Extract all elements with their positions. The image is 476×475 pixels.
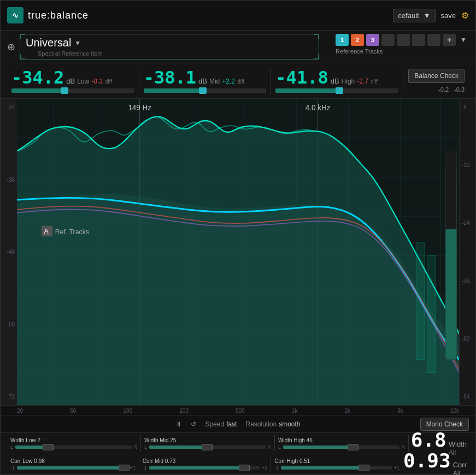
meter-slider-mid[interactable] [144,88,267,93]
track-btn-1[interactable]: 1 [336,34,349,46]
width-low-control: Width Low 2 L R [7,437,140,450]
corr-all-area: 0.93 Corr All [403,451,469,475]
dropdown-arrow-icon: ▼ [424,11,431,20]
width-low-R: R [134,444,138,450]
resolution-value: smooth [279,420,300,428]
corr-low-label: Corr Low 0.98 [10,458,136,464]
width-high-slider[interactable] [283,446,399,449]
y-axis-right: -6 -12 -24 -36 -60 -84 [459,99,475,405]
preset-dropdown[interactable]: cefault ▼ [393,9,435,22]
meter-diff-high: -2.7 [357,78,368,85]
svg-rect-23 [416,242,425,360]
meter-group-high: -41.8 dB High -2.7 diff [271,69,403,93]
target-icon[interactable]: ⊕ [7,41,15,53]
settings-icon[interactable]: ⚙ [461,10,469,21]
width-mid-label: Width Mid 25 [144,437,271,443]
corr-high-control: Corr High 0.51 -1 +1 [271,458,403,471]
width-high-control: Width High 46 L R [275,437,408,450]
ref-tracks-label: Reference Tracks [336,48,467,55]
corr-row: Corr Low 0.98 -1 +1 Corr Mid 0.73 [1,454,475,474]
meter-diff-low: -0.3 [91,78,103,85]
track-btn-4[interactable] [381,34,395,46]
width-low-slider[interactable] [15,446,131,449]
spectrum-wrapper: -24 -36 -48 -60 -72 [1,99,475,405]
meters-section: -34.2 dB Low -0.3 diff -38.1 dB Mid +2.2 [1,63,475,99]
width-low-L: L [10,444,13,450]
svg-text:149 Hz: 149 Hz [128,103,151,112]
track-btn-5[interactable] [397,34,410,46]
y-axis-left: -24 -36 -48 -60 -72 [1,99,17,405]
balance-diff-row: -0.2 -0.3 [438,86,465,93]
corr-high-slider[interactable] [281,466,391,470]
controls-bar: ⏸ ↺ Speed fast Resolution smooth Mono Ch… [1,415,475,432]
spectral-ref-dropdown-icon[interactable]: ▼ [74,39,81,47]
refresh-icon[interactable]: ↺ [191,420,196,428]
meter-band-high: High [342,78,355,85]
resolution-control: Resolution smooth [245,420,300,428]
corr-high-plus: +1 [394,465,399,471]
corr-all-label: Corr [453,461,467,470]
svg-text:A: A [44,227,49,235]
resolution-label: Resolution [245,420,277,428]
mono-check-button[interactable]: Mono Check [420,418,469,431]
width-low-label: Width Low 2 [10,437,137,443]
add-track-button[interactable]: + [443,34,456,46]
meter-value-mid: -38.1 [144,69,196,86]
corr-all-value: 0.93 [403,451,451,471]
meter-diff-label-low: diff [105,79,112,85]
header-right: cefault ▼ save ⚙ [393,9,469,22]
width-all-value: 6.8 [411,430,446,450]
balance-check-button[interactable]: Balance Check [408,69,465,83]
width-mid-L: L [144,444,147,450]
corr-low-minus: -1 [10,465,15,471]
meter-band-low: Low [77,78,89,85]
spectral-ref-value: Universal [26,37,71,49]
speed-label: Speed [205,420,224,428]
ref-tracks-row: 1 2 3 + ▼ [336,34,467,46]
meter-value-low: -34.2 [11,69,64,86]
corr-low-control: Corr Low 0.98 -1 +1 [7,458,139,471]
corr-mid-label: Corr Mid 0.73 [143,458,268,464]
track-btn-2[interactable]: 2 [351,34,364,46]
meter-slider-low[interactable] [11,88,134,93]
corr-low-slider[interactable] [17,466,127,470]
svg-rect-27 [445,151,456,170]
track-btn-7[interactable] [427,34,440,46]
bottom-controls: Width Low 2 L R Width Mid 25 L [1,432,475,474]
ref-tracks-dropdown-icon[interactable]: ▼ [460,36,467,44]
corr-low-plus: +1 [130,465,135,471]
width-mid-R: R [268,444,272,450]
save-button[interactable]: save [441,11,456,20]
width-mid-slider[interactable] [149,446,265,449]
meter-unit-low: dB [66,77,75,85]
meter-value-high: -41.8 [275,69,328,86]
track-btn-3[interactable]: 3 [366,34,379,46]
meter-group-mid: -38.1 dB Mid +2.2 diff [139,69,271,93]
meter-diff-label-mid: diff [237,79,244,85]
width-mid-control: Width Mid 25 L R [141,437,274,450]
spectral-ref: Universal ▼ Spectral Reference Item [20,34,319,60]
app-title: true:balance [28,10,89,21]
meter-unit-high: dB [331,77,339,85]
width-high-R: R [402,444,406,450]
corr-mid-control: Corr Mid 0.73 -1 +1 [139,458,271,471]
balance-diff-2: -0.3 [454,86,465,93]
speed-value: fast [226,420,237,428]
corr-mid-slider[interactable] [149,466,260,470]
spectrum-canvas[interactable]: 149 Hz 4.0 kHz A Ref. Tracks [17,99,459,405]
meter-unit-mid: dB [198,77,207,85]
corr-high-minus: -1 [274,465,279,471]
width-high-L: L [278,444,281,450]
pause-icon[interactable]: ⏸ [175,420,182,428]
width-all-label: Width [449,440,467,449]
meter-diff-label-high: diff [371,79,378,85]
track-btn-6[interactable] [412,34,425,46]
app-container: ∿ true:balance cefault ▼ save ⚙ ⊕ Univer… [0,0,476,475]
svg-rect-26 [445,229,456,360]
corr-high-label: Corr High 0.51 [274,458,399,464]
svg-text:4.0 kHz: 4.0 kHz [305,103,331,112]
balance-check-area: Balance Check -0.2 -0.3 [403,69,469,93]
meter-slider-high[interactable] [275,88,398,93]
corr-mid-minus: -1 [143,465,147,471]
meter-diff-mid: +2.2 [222,78,235,85]
